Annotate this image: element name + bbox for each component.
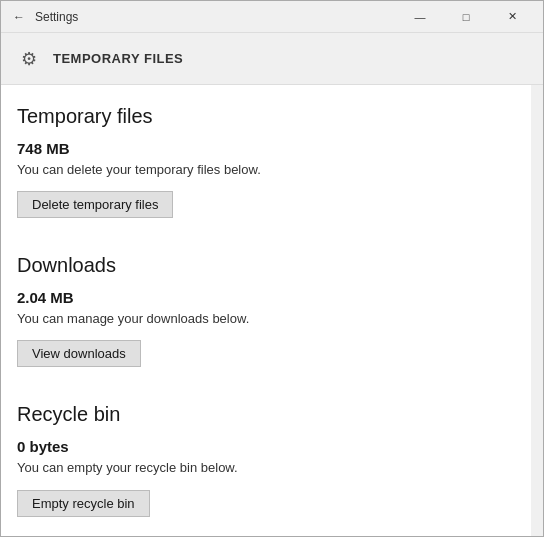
delete-temp-files-button[interactable]: Delete temporary files xyxy=(17,191,173,218)
empty-recycle-bin-button[interactable]: Empty recycle bin xyxy=(17,490,150,517)
page-title: TEMPORARY FILES xyxy=(53,51,183,66)
downloads-title: Downloads xyxy=(17,254,511,277)
minimize-icon: — xyxy=(415,11,426,23)
temp-files-title: Temporary files xyxy=(17,105,511,128)
minimize-button[interactable]: — xyxy=(397,1,443,33)
recycle-bin-section: Recycle bin 0 bytes You can empty your r… xyxy=(17,403,511,536)
settings-window: ← Settings — □ ✕ ⚙ TEMPORARY FILES Tempo… xyxy=(0,0,544,537)
back-icon: ← xyxy=(13,10,25,24)
recycle-bin-desc: You can empty your recycle bin below. xyxy=(17,459,511,477)
title-bar: ← Settings — □ ✕ xyxy=(1,1,543,33)
header-bar: ⚙ TEMPORARY FILES xyxy=(1,33,543,85)
close-icon: ✕ xyxy=(508,10,517,23)
temp-files-size: 748 MB xyxy=(17,140,511,157)
content-area: Temporary files 748 MB You can delete yo… xyxy=(1,85,543,536)
temp-files-section: Temporary files 748 MB You can delete yo… xyxy=(17,105,511,242)
back-button[interactable]: ← xyxy=(9,7,29,27)
downloads-size: 2.04 MB xyxy=(17,289,511,306)
settings-icon: ⚙ xyxy=(17,47,41,71)
downloads-desc: You can manage your downloads below. xyxy=(17,310,511,328)
recycle-bin-size: 0 bytes xyxy=(17,438,511,455)
main-content: Temporary files 748 MB You can delete yo… xyxy=(1,85,531,536)
scrollbar[interactable] xyxy=(531,85,543,536)
close-button[interactable]: ✕ xyxy=(489,1,535,33)
recycle-bin-title: Recycle bin xyxy=(17,403,511,426)
view-downloads-button[interactable]: View downloads xyxy=(17,340,141,367)
maximize-button[interactable]: □ xyxy=(443,1,489,33)
temp-files-desc: You can delete your temporary files belo… xyxy=(17,161,511,179)
maximize-icon: □ xyxy=(463,11,470,23)
window-controls: — □ ✕ xyxy=(397,1,535,33)
downloads-section: Downloads 2.04 MB You can manage your do… xyxy=(17,254,511,391)
window-title: Settings xyxy=(35,10,397,24)
